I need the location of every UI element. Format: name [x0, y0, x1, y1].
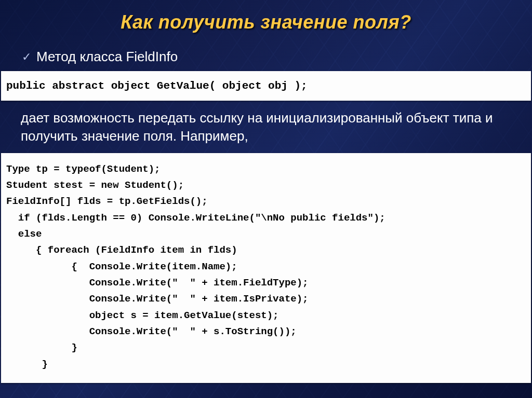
- slide-title: Как получить значение поля?: [0, 0, 532, 33]
- bullet-item: ✓ Метод класса FieldInfo: [22, 49, 532, 65]
- bullet-text: Метод класса FieldInfo: [36, 49, 178, 65]
- description-text: дает возможность передать ссылку на иниц…: [21, 109, 509, 145]
- slide: Как получить значение поля? ✓ Метод клас…: [0, 0, 532, 398]
- method-signature-box: public abstract object GetValue( object …: [1, 71, 531, 101]
- code-example-box: Type tp = typeof(Student); Student stest…: [1, 153, 531, 383]
- checkmark-icon: ✓: [22, 51, 31, 63]
